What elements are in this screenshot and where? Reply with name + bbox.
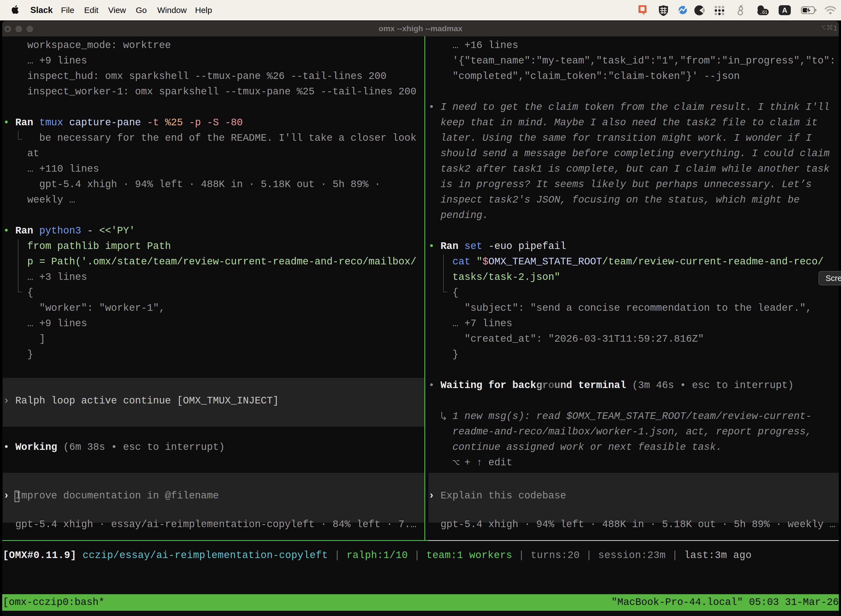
- svg-text:..61: ..61: [760, 10, 767, 15]
